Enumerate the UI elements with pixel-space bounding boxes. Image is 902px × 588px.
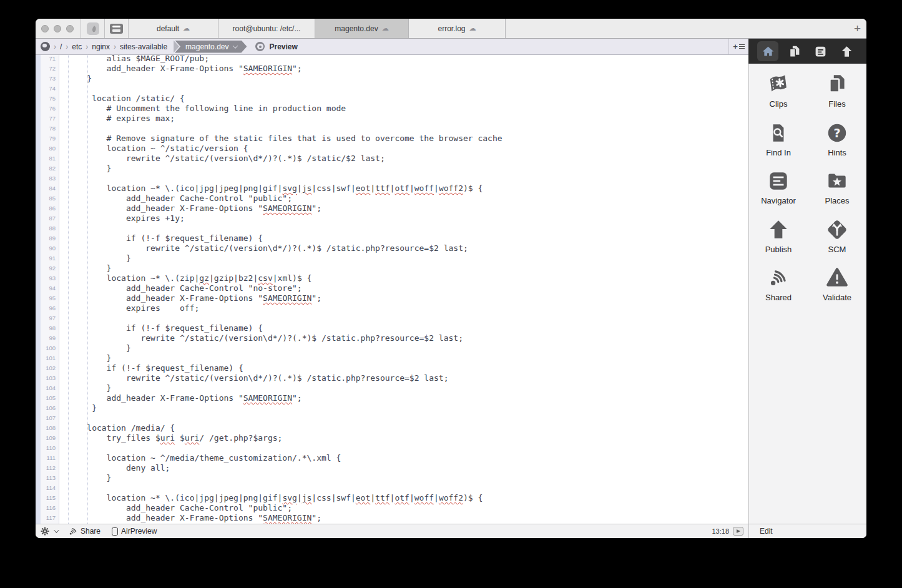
sidebar-tab-navigator[interactable] <box>810 41 831 61</box>
svg-text:?: ? <box>834 125 841 139</box>
line-number: 117 <box>41 513 59 523</box>
line-number: 101 <box>41 353 59 363</box>
sites-button[interactable] <box>81 19 105 38</box>
cloud-sync-icon: ☁ <box>469 25 476 32</box>
sidebar-item-hints[interactable]: ? Hints <box>808 118 866 167</box>
airpreview-label: AirPreview <box>121 527 157 536</box>
share-label: Share <box>81 527 100 536</box>
tool-label: SCM <box>828 245 846 254</box>
plus-icon: + <box>733 42 738 51</box>
code-line: 84 location ~* \.(ico|jpg|jpeg|png|gif|s… <box>36 184 748 194</box>
line-number: 107 <box>41 413 59 423</box>
line-number: 88 <box>41 223 59 233</box>
code-line: 108 location /media/ { <box>36 423 748 433</box>
line-number: 90 <box>41 243 59 253</box>
code-line: 100 } <box>36 343 748 353</box>
code-line: 91 } <box>36 253 748 263</box>
tool-label: Files <box>828 99 845 109</box>
code-text: } <box>59 473 111 483</box>
line-number: 86 <box>41 203 59 213</box>
sidebar-tab-publish[interactable] <box>836 41 858 61</box>
line-number: 100 <box>41 343 59 353</box>
code-text: } <box>59 164 111 174</box>
navigator-icon <box>766 169 791 194</box>
code-text: try_files $uri $uri/ /get.php?$args; <box>59 433 282 443</box>
code-line: 75 location /static/ { <box>36 94 748 104</box>
preview-label[interactable]: Preview <box>269 42 297 51</box>
sidebar-item-files[interactable]: Files <box>808 69 866 118</box>
code-line: 73 } <box>36 74 748 84</box>
breadcrumb-etc[interactable]: etc <box>72 42 82 51</box>
sidebar-tab-home[interactable] <box>757 41 778 61</box>
code-text <box>59 223 67 233</box>
code-line: 113 } <box>36 473 748 483</box>
share-button[interactable]: Share <box>69 527 100 536</box>
code-text: } <box>59 263 111 273</box>
tab-magento-dev[interactable]: magento.dev ☁ <box>315 19 409 38</box>
sidebar-item-publish[interactable]: Publish <box>749 215 808 263</box>
code-text: add_header Cache-Control "public"; <box>59 503 292 513</box>
line-number: 81 <box>41 154 59 164</box>
sidebar-status-bar: Edit <box>748 524 866 538</box>
sidebar-item-shared[interactable]: Shared <box>749 263 808 311</box>
sidebar-tab-pages[interactable] <box>783 41 805 61</box>
new-tab-button[interactable]: + <box>854 19 861 38</box>
line-number: 105 <box>41 393 59 403</box>
line-number: 91 <box>41 253 59 263</box>
line-number: 83 <box>41 174 59 184</box>
breadcrumb-separator: › <box>114 42 116 51</box>
breadcrumb-nginx[interactable]: nginx <box>92 42 110 51</box>
tab-terminal[interactable]: root@ubuntu: /etc/... <box>218 19 315 38</box>
sidebar-item-find-in[interactable]: Find In <box>749 118 808 167</box>
code-line: 88 <box>36 223 748 233</box>
list-icon <box>739 44 745 49</box>
code-line: 115 location ~* \.(ico|jpg|jpeg|png|gif|… <box>36 493 748 503</box>
sidebar-item-clips[interactable]: Clips <box>749 69 808 118</box>
edit-button[interactable]: Edit <box>760 527 773 536</box>
breadcrumb-separator: › <box>66 42 68 51</box>
code-line: 83 <box>36 174 748 184</box>
line-number: 98 <box>41 323 59 333</box>
sidebar-item-validate[interactable]: Validate <box>808 263 866 311</box>
line-number: 99 <box>41 333 59 343</box>
code-lines[interactable]: 71 alias $MAGE_ROOT/pub;72 add_header X-… <box>36 55 748 524</box>
breadcrumb-root[interactable]: / <box>60 42 62 51</box>
tool-label: Navigator <box>761 196 796 205</box>
window-zoom-button[interactable] <box>66 25 74 32</box>
code-line: 79 # Remove signature of the static file… <box>36 134 748 144</box>
places-icon <box>825 169 850 194</box>
add-to-list-button[interactable]: + <box>728 39 748 54</box>
line-number: 112 <box>41 463 59 473</box>
code-line: 72 add_header X-Frame-Options "SAMEORIGI… <box>36 64 748 74</box>
airpreview-icon <box>112 527 118 536</box>
play-button[interactable] <box>733 527 743 536</box>
tab-bar: default ☁ root@ubuntu: /etc/... magento.… <box>36 19 866 39</box>
code-line: 87 expires +1y; <box>36 213 748 223</box>
breadcrumb-sites-available[interactable]: sites-available <box>120 42 167 51</box>
current-file-crumb[interactable]: magento.dev <box>174 41 247 53</box>
airpreview-button[interactable]: AirPreview <box>112 527 157 536</box>
tab-error-log[interactable]: error.log ☁ <box>409 19 506 38</box>
code-line: 99 rewrite ^/static/(version\d*/)?(.*)$ … <box>36 333 748 343</box>
code-line: 86 add_header X-Frame-Options "SAMEORIGI… <box>36 203 748 213</box>
sidebar-item-scm[interactable]: SCM <box>808 215 866 263</box>
chevron-down-icon <box>233 43 238 48</box>
cloud-sync-icon: ☁ <box>382 25 389 32</box>
sidebar-item-navigator[interactable]: Navigator <box>749 166 808 215</box>
settings-menu-button[interactable] <box>41 527 57 536</box>
window-minimize-button[interactable] <box>54 25 61 32</box>
code-line: 102 if (!-f $request_filename) { <box>36 363 748 373</box>
preview-eye-icon[interactable] <box>255 42 265 51</box>
code-text: } <box>59 253 131 263</box>
line-number: 87 <box>41 213 59 223</box>
tab-drawer-button[interactable] <box>105 19 129 38</box>
tool-label: Find In <box>766 148 791 157</box>
window-close-button[interactable] <box>41 25 49 32</box>
line-number: 80 <box>41 144 59 154</box>
sidebar-item-places[interactable]: Places <box>808 166 866 215</box>
site-icon[interactable] <box>41 42 50 51</box>
line-number: 78 <box>41 124 59 134</box>
code-editor[interactable]: 71 alias $MAGE_ROOT/pub;72 add_header X-… <box>36 55 748 524</box>
breadcrumb-separator: › <box>54 42 56 51</box>
tab-default[interactable]: default ☁ <box>129 19 218 38</box>
